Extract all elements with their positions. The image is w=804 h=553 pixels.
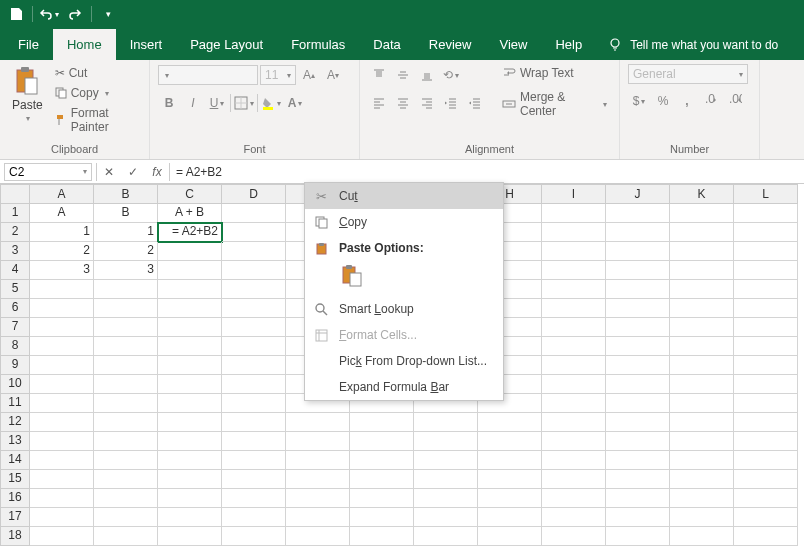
cell[interactable]: A + B <box>158 204 222 223</box>
accounting-format-icon[interactable]: $▾ <box>628 90 650 112</box>
cell[interactable]: = A2+B2 <box>158 223 222 242</box>
cell[interactable] <box>94 413 158 432</box>
cell[interactable] <box>606 508 670 527</box>
cell[interactable] <box>734 204 798 223</box>
tab-view[interactable]: View <box>485 29 541 60</box>
row-header[interactable]: 5 <box>0 280 30 299</box>
cell[interactable] <box>542 223 606 242</box>
cell[interactable] <box>734 299 798 318</box>
format-painter-button[interactable]: Format Painter <box>51 104 141 136</box>
cell[interactable] <box>734 356 798 375</box>
comma-format-icon[interactable]: , <box>676 90 698 112</box>
cell[interactable] <box>670 204 734 223</box>
cell[interactable] <box>606 413 670 432</box>
cell[interactable] <box>286 470 350 489</box>
cell[interactable]: 3 <box>30 261 94 280</box>
cell[interactable] <box>670 223 734 242</box>
cell[interactable] <box>734 394 798 413</box>
cell[interactable] <box>606 394 670 413</box>
col-header[interactable]: I <box>542 184 606 204</box>
cell[interactable] <box>222 204 286 223</box>
row-header[interactable]: 9 <box>0 356 30 375</box>
cell[interactable]: 1 <box>94 223 158 242</box>
decrease-indent-icon[interactable] <box>440 92 462 114</box>
cell[interactable] <box>734 451 798 470</box>
cell[interactable] <box>606 451 670 470</box>
cell[interactable] <box>670 280 734 299</box>
percent-format-icon[interactable]: % <box>652 90 674 112</box>
tab-insert[interactable]: Insert <box>116 29 177 60</box>
cell[interactable] <box>94 356 158 375</box>
align-center-icon[interactable] <box>392 92 414 114</box>
cell[interactable] <box>542 508 606 527</box>
cell[interactable] <box>30 356 94 375</box>
cell[interactable] <box>158 413 222 432</box>
cell[interactable] <box>670 451 734 470</box>
cell[interactable] <box>606 242 670 261</box>
cell[interactable] <box>670 299 734 318</box>
cell[interactable]: B <box>94 204 158 223</box>
cell[interactable] <box>414 489 478 508</box>
cell[interactable] <box>30 432 94 451</box>
cell[interactable] <box>542 432 606 451</box>
ctx-cut[interactable]: ✂ Cut <box>305 183 503 209</box>
cell[interactable] <box>670 508 734 527</box>
cell[interactable] <box>286 432 350 451</box>
row-header[interactable]: 11 <box>0 394 30 413</box>
cell[interactable] <box>158 470 222 489</box>
name-box[interactable]: C2▾ <box>4 163 92 181</box>
cell[interactable] <box>30 527 94 546</box>
merge-center-button[interactable]: Merge & Center▾ <box>498 88 611 120</box>
cell[interactable] <box>542 337 606 356</box>
cell[interactable] <box>478 508 542 527</box>
cell[interactable] <box>670 432 734 451</box>
cell[interactable] <box>734 413 798 432</box>
cell[interactable] <box>94 280 158 299</box>
cell[interactable] <box>542 299 606 318</box>
cell[interactable] <box>478 470 542 489</box>
cell[interactable] <box>734 242 798 261</box>
italic-button[interactable]: I <box>182 92 204 114</box>
cell[interactable] <box>606 375 670 394</box>
cell[interactable] <box>94 394 158 413</box>
copy-button[interactable]: Copy▾ <box>51 84 141 102</box>
cell[interactable] <box>286 527 350 546</box>
col-header[interactable]: A <box>30 184 94 204</box>
cell[interactable] <box>158 489 222 508</box>
cell[interactable] <box>30 394 94 413</box>
cell[interactable] <box>670 413 734 432</box>
cell[interactable] <box>222 451 286 470</box>
cell[interactable] <box>478 432 542 451</box>
increase-decimal-icon[interactable]: .0 <box>700 90 722 112</box>
cell[interactable] <box>478 489 542 508</box>
cell[interactable] <box>734 318 798 337</box>
cell[interactable] <box>734 261 798 280</box>
cell[interactable] <box>30 318 94 337</box>
cell[interactable] <box>606 489 670 508</box>
save-icon[interactable] <box>4 2 28 26</box>
col-header[interactable]: B <box>94 184 158 204</box>
tab-file[interactable]: File <box>4 29 53 60</box>
tell-me-search[interactable]: Tell me what you want to do <box>596 30 790 60</box>
cell[interactable] <box>94 337 158 356</box>
cell[interactable] <box>350 527 414 546</box>
col-header[interactable]: D <box>222 184 286 204</box>
cell[interactable] <box>158 527 222 546</box>
cell[interactable] <box>606 318 670 337</box>
cell[interactable] <box>30 375 94 394</box>
cell[interactable] <box>414 527 478 546</box>
cell[interactable] <box>670 242 734 261</box>
cell[interactable] <box>222 223 286 242</box>
cell[interactable] <box>350 470 414 489</box>
increase-indent-icon[interactable] <box>464 92 486 114</box>
cell[interactable] <box>414 508 478 527</box>
cell[interactable] <box>30 451 94 470</box>
row-header[interactable]: 17 <box>0 508 30 527</box>
cell[interactable] <box>734 337 798 356</box>
cell[interactable] <box>734 508 798 527</box>
cell[interactable] <box>94 508 158 527</box>
cell[interactable] <box>222 489 286 508</box>
tab-data[interactable]: Data <box>359 29 414 60</box>
row-header[interactable]: 1 <box>0 204 30 223</box>
tab-formulas[interactable]: Formulas <box>277 29 359 60</box>
